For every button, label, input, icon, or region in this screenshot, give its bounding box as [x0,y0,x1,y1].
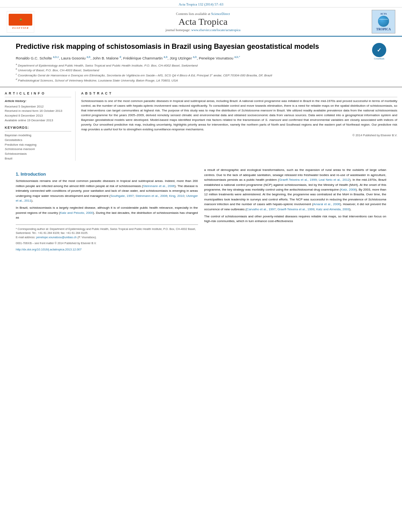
journal-header: 🌳 ELSEVIER Contents lists available at S… [0,7,402,37]
katz-peixoto-link[interactable]: Katz and Peixoto, 2000 [60,211,93,215]
homepage-url[interactable]: www.elsevier.com/locate/actatropica [191,28,241,32]
copyright: © 2014 Published by Elsevier B.V. [81,133,397,137]
graeff2-link[interactable]: Graeff-Teixeira et al., 1999 [277,208,314,211]
logo-top-text: ACTA [380,13,387,15]
journal-banner: Acta Tropica 132 (2014) 57–63 [0,0,402,7]
doi-line: http://dx.doi.org/10.1016/j.actatropica.… [16,247,198,252]
katz-almeida-link[interactable]: Katz and Almeida, 2003 [316,208,350,211]
article-left-col: A R T I C L E I N F O Article history: R… [5,91,76,161]
acta-tropica-logo-area: ACTA TROPICA [370,10,397,33]
carvalho-link[interactable]: Carvalho et al., 1997 [246,208,276,211]
abstract-label: A B S T R A C T [81,91,397,95]
logo-main-text: TROPICA [376,28,391,31]
leal-link[interactable]: Leal Neto et al., 2012 [319,178,349,182]
footnote-star: * Corresponding author at: Department of… [16,227,198,236]
footnote-email: E-mail address: penelope.vounatsou@uniba… [16,235,198,240]
crossmark-icon: ✓ [377,47,382,54]
available-online: Available online 19 December 2013 [5,118,71,123]
abstract-section: A B S T R A C T Schistosomiasis is one o… [81,91,397,137]
katz2008-link[interactable]: Katz, 2008 [341,188,356,191]
main-content: 1. Introduction Schistosomiasis remains … [0,165,402,254]
graeff-link[interactable]: Graeff-Teixeira et al., 1999 [279,178,317,182]
steinmann-link[interactable]: Steinmann et al., 2006 [143,184,174,188]
crossmark-badge[interactable]: ✓ CrossMark [372,43,386,57]
journal-title-area: Contents lists available at ScienceDirec… [40,10,366,33]
affiliations: a Department of Epidemiology and Public … [16,63,386,83]
keyword-3: Predictive risk mapping [5,143,71,147]
sciencedirect-link[interactable]: ScienceDirect [211,12,230,16]
journal-title: Acta Tropica [178,17,228,27]
intro-para-4: The control of schistosomiasis and other… [204,214,387,224]
keywords-section: Keywords: Bayesian modelling Geostatisti… [5,126,71,161]
intro-para-3: a result of demographic and ecological t… [204,168,387,212]
intro-para-2: In Brazil, schistosomiasis is a largely … [16,206,198,220]
article-header: ✓ CrossMark Predictive risk mapping of s… [0,37,402,87]
main-left-col: 1. Introduction Schistosomiasis remains … [16,168,198,251]
amaral-link[interactable]: Amaral et al., 2006 [313,202,340,206]
authors: Ronaldo G.C. Scholte a,b,c, Laura Gosoni… [16,55,386,60]
keyword-4: Schistosoma mansoni [5,147,71,152]
journal-homepage: journal homepage: www.elsevier.com/locat… [165,28,241,32]
received-revised: Received in revised form 16 October 2013 [5,109,71,113]
accepted-date: Accepted 8 December 2013 [5,113,71,118]
article-info: A R T I C L E I N F O Article history: R… [5,91,71,122]
article-info-label: A R T I C L E I N F O [5,91,71,95]
doi-link[interactable]: http://dx.doi.org/10.1016/j.actatropica.… [16,248,82,251]
main-two-col: 1. Introduction Schistosomiasis remains … [16,168,386,251]
history-label: Article history: [5,99,71,104]
footnote-area: * Corresponding author at: Department of… [16,224,198,252]
keyword-1: Bayesian modelling [5,133,71,138]
keyword-2: Geostatistics [5,138,71,143]
journal-info-footer: 0001-706X/$ – see front matter © 2014 Pu… [16,241,198,246]
received-date: Received 5 September 2012 [5,104,71,109]
keyword-6: Brazil [5,156,71,161]
elsevier-label: ELSEVIER [12,26,29,30]
steinmann2-link[interactable]: Steinmann et al., 2006 [135,194,167,198]
keyword-5: Schistosomiasis [5,152,71,156]
king-link[interactable]: King, 2010 [169,194,185,198]
main-right-col: a result of demographic and ecological t… [204,168,387,251]
abstract-text: Schistosomiasis is one of the most commo… [81,99,397,132]
article-title: Predictive risk mapping of schistosomias… [16,42,386,51]
journal-volume: Acta Tropica 132 (2014) 57–63 [179,2,224,6]
authors-text: Ronaldo G.C. Scholte a,b,c, Laura Gosoni… [16,56,240,60]
globe-icon [378,16,389,27]
email-link[interactable]: penelope.vounatsou@unibas.ch [36,235,77,239]
keywords-label: Keywords: [5,126,71,130]
abstract-col: A B S T R A C T Schistosomiasis is one o… [81,91,397,161]
intro-para-1: Schistosomiasis remains one of the most … [16,179,198,203]
contents-available: Contents lists available at ScienceDirec… [176,12,230,16]
southgate-link[interactable]: Southgate, 1997 [110,194,133,198]
article-info-abstract: A R T I C L E I N F O Article history: R… [0,87,402,165]
elsevier-logo-area: 🌳 ELSEVIER [5,10,36,33]
intro-heading: 1. Introduction [16,172,198,176]
article-history: Article history: Received 5 September 20… [5,99,71,122]
acta-tropica-logo: ACTA TROPICA [372,10,395,33]
